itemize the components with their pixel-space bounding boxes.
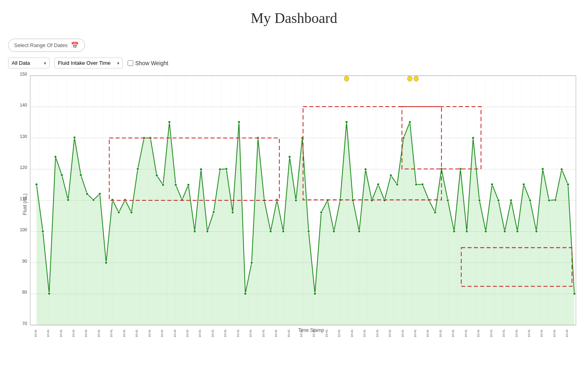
svg-text:03/03/2014,22:16:41: 03/03/2014,22:16:41 [224, 329, 227, 337]
svg-text:02/02/2014,22:16:41: 02/02/2014,22:16:41 [211, 329, 215, 337]
svg-point-35 [136, 168, 139, 170]
svg-text:01/01/2015,22:16:41: 01/01/2015,22:16:41 [236, 329, 240, 337]
svg-text:140: 140 [20, 103, 27, 107]
show-weight-label[interactable]: Show Weight [128, 60, 168, 66]
svg-text:150: 150 [20, 72, 27, 76]
svg-point-63 [314, 292, 316, 295]
svg-text:04/01/2016,22:16:41: 04/01/2016,22:16:41 [312, 329, 316, 337]
svg-text:01/01/2010,22:16:41: 01/01/2010,22:16:41 [34, 329, 37, 337]
svg-text:05/02/2011,22:16:41: 05/02/2011,22:16:41 [110, 329, 113, 337]
svg-point-94 [510, 199, 512, 202]
svg-point-93 [503, 230, 506, 233]
svg-point-99 [542, 168, 544, 170]
svg-point-66 [333, 230, 335, 233]
svg-point-19 [35, 183, 38, 185]
chart-container: Fluid (mL) 70 80 90 [8, 76, 580, 333]
svg-point-92 [497, 199, 499, 202]
svg-point-82 [434, 211, 436, 214]
svg-point-64 [320, 211, 322, 214]
svg-point-85 [453, 230, 455, 233]
svg-point-22 [54, 156, 57, 158]
svg-point-86 [459, 168, 462, 170]
svg-point-58 [282, 230, 285, 233]
svg-point-104 [573, 292, 576, 295]
svg-point-50 [231, 211, 234, 214]
svg-text:03/03/2010,22:16:41: 03/03/2010,22:16:41 [72, 329, 75, 337]
peak-dot-2 [407, 76, 412, 81]
svg-text:02/02/2020,22:16:41: 02/02/2020,22:16:41 [452, 329, 455, 337]
svg-text:03/03/2019,22:16:41: 03/03/2019,22:16:41 [426, 329, 430, 337]
svg-text:90: 90 [22, 259, 27, 263]
svg-point-68 [345, 121, 348, 123]
svg-text:02/02/2018,22:16:41: 02/02/2018,22:16:41 [375, 329, 379, 337]
svg-text:02/02/2017,22:16:41: 02/02/2017,22:16:41 [338, 329, 341, 337]
svg-point-78 [409, 121, 411, 123]
peak-dot-3 [414, 76, 419, 81]
svg-point-53 [250, 261, 253, 264]
svg-text:01/01/2021,22:16:41: 01/01/2021,22:16:41 [527, 329, 531, 337]
svg-text:120: 120 [20, 165, 27, 170]
svg-point-45 [200, 168, 202, 171]
date-range-button[interactable]: Select Range Of Dates 📅 [8, 39, 85, 52]
svg-text:03/03/2020,22:16:41: 03/03/2020,22:16:41 [464, 329, 468, 337]
svg-point-30 [105, 261, 107, 264]
all-data-select[interactable]: All Data Last Week Last Month Last Year [8, 58, 50, 68]
svg-point-97 [529, 199, 531, 202]
peak-dot-1 [344, 76, 349, 81]
svg-point-77 [402, 137, 405, 139]
svg-text:03/03/2013,22:16:41: 03/03/2013,22:16:41 [186, 329, 189, 337]
svg-point-52 [244, 292, 247, 295]
svg-text:01/01/2014,22:16:41: 01/01/2014,22:16:41 [198, 329, 202, 337]
svg-text:05/03/2021,22:16:41: 05/03/2021,22:16:41 [565, 329, 569, 337]
svg-point-34 [130, 211, 133, 214]
svg-point-48 [219, 168, 221, 171]
svg-point-20 [41, 230, 44, 233]
svg-point-40 [168, 121, 171, 123]
chart-area: 70 80 90 100 110 120 130 [30, 76, 576, 325]
svg-text:01/01/2019,22:16:41: 01/01/2019,22:16:41 [401, 329, 404, 337]
svg-point-51 [238, 121, 240, 123]
svg-point-21 [48, 292, 50, 295]
calendar-icon: 📅 [71, 41, 79, 49]
svg-point-87 [466, 230, 468, 233]
chart-controls: All Data Last Week Last Month Last Year … [0, 56, 588, 72]
svg-point-26 [80, 174, 82, 176]
svg-point-27 [86, 193, 89, 195]
svg-text:03/03/2018,22:16:41: 03/03/2018,22:16:41 [388, 329, 392, 337]
svg-point-47 [213, 211, 215, 213]
show-weight-checkbox[interactable] [128, 60, 133, 66]
svg-point-60 [295, 199, 297, 202]
svg-point-88 [472, 137, 475, 139]
top-controls: Select Range Of Dates 📅 [0, 34, 588, 56]
svg-point-24 [67, 199, 69, 201]
svg-text:02/02/2021,22:16:41: 02/02/2021,22:16:41 [540, 329, 544, 337]
svg-point-80 [421, 183, 424, 185]
svg-point-103 [567, 183, 569, 185]
svg-point-71 [364, 168, 367, 171]
svg-text:01/01/2020,22:16:41: 01/01/2020,22:16:41 [439, 329, 442, 337]
svg-text:01/01/2012,22:16:41: 01/01/2012,22:16:41 [122, 329, 126, 337]
svg-text:03/03/2015,22:16:41: 03/03/2015,22:16:41 [262, 329, 265, 337]
svg-point-75 [390, 174, 392, 177]
svg-point-43 [187, 183, 190, 186]
svg-point-62 [307, 230, 310, 233]
svg-text:01/01/2013,22:16:41: 01/01/2013,22:16:41 [160, 329, 164, 337]
svg-text:03/03/2012,22:16:41: 03/03/2012,22:16:41 [148, 329, 151, 337]
svg-text:100: 100 [20, 227, 27, 232]
svg-text:01/01/2021,22:16:41: 01/01/2021,22:16:41 [477, 329, 481, 337]
svg-text:01/01/2018,22:16:41: 01/01/2018,22:16:41 [363, 329, 367, 337]
svg-text:02/02/2016,22:16:41: 02/02/2016,22:16:41 [287, 329, 291, 337]
chart-type-select[interactable]: Fluid Intake Over Time Weight Over Time … [54, 58, 123, 68]
svg-text:130: 130 [20, 134, 27, 139]
svg-text:02/02/2011,22:16:41: 02/02/2011,22:16:41 [97, 329, 101, 337]
svg-point-23 [61, 174, 63, 176]
all-data-select-wrapper: All Data Last Week Last Month Last Year [8, 58, 50, 68]
svg-text:02/02/2015,22:16:41: 02/02/2015,22:16:41 [249, 329, 253, 337]
chart-type-select-wrapper: Fluid Intake Over Time Weight Over Time … [54, 58, 123, 68]
svg-point-70 [358, 230, 361, 233]
svg-point-39 [162, 183, 164, 186]
svg-text:05/02/2010,22:16:41: 05/02/2010,22:16:41 [59, 329, 63, 337]
svg-point-79 [415, 183, 417, 185]
svg-point-90 [485, 230, 487, 233]
svg-text:02/02/2013,22:16:41: 02/02/2013,22:16:41 [173, 329, 177, 337]
